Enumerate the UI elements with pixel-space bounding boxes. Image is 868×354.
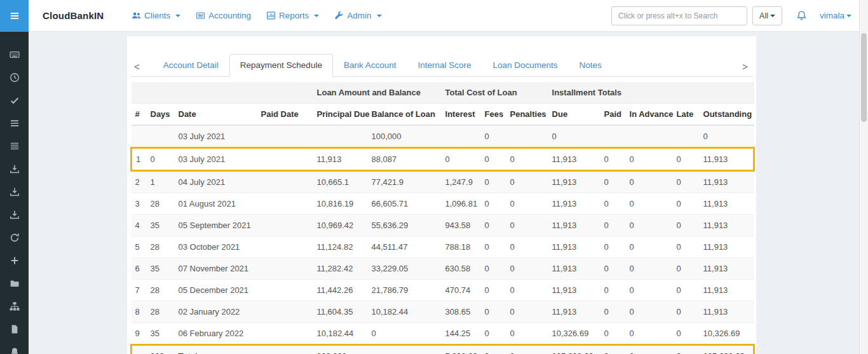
column-header: Late bbox=[673, 104, 700, 126]
admin-icon bbox=[334, 11, 344, 20]
cell: 0 bbox=[506, 280, 548, 301]
cell bbox=[132, 345, 147, 354]
sidebar-download-icon[interactable] bbox=[0, 158, 29, 180]
nav-item-reports[interactable]: Reports bbox=[259, 0, 327, 32]
nav-item-accounting[interactable]: Accounting bbox=[188, 0, 259, 32]
cell: 0 bbox=[626, 301, 673, 323]
tab-repayment-schedule[interactable]: Repayment Schedule bbox=[229, 54, 333, 77]
sidebar-list-icon[interactable] bbox=[0, 112, 29, 135]
sidebar-download-icon[interactable] bbox=[0, 203, 29, 226]
sidebar-sitemap-icon[interactable] bbox=[0, 295, 29, 318]
cell: 5 bbox=[132, 236, 147, 258]
cell: 0 bbox=[481, 215, 506, 236]
cell: 9 bbox=[132, 323, 147, 345]
cell: 28 bbox=[147, 193, 175, 215]
cell: 0 bbox=[481, 148, 506, 171]
chevron-down-icon bbox=[314, 15, 319, 17]
cell bbox=[257, 323, 313, 345]
cell bbox=[132, 125, 147, 148]
cell: 28 bbox=[147, 280, 175, 301]
sidebar-refresh-icon[interactable] bbox=[0, 226, 29, 249]
column-header: Paid bbox=[600, 104, 626, 126]
cell: 100,000 bbox=[313, 345, 368, 354]
cell: 1 bbox=[132, 148, 147, 171]
cell: 88,087 bbox=[368, 148, 442, 171]
tabs-scroll-left[interactable]: < bbox=[133, 58, 145, 76]
cell: 11,282.42 bbox=[313, 258, 368, 280]
loan-detail-card: < Account DetailRepayment ScheduleBank A… bbox=[127, 36, 756, 354]
cell: 100,000 bbox=[368, 125, 442, 148]
search-input[interactable] bbox=[611, 6, 747, 25]
sidebar-folder-icon[interactable] bbox=[0, 272, 29, 295]
nav-item-admin[interactable]: Admin bbox=[327, 0, 389, 32]
total-row: 218Total100,0005,630.6900105,630.6900010… bbox=[132, 345, 754, 354]
tab-loan-documents[interactable]: Loan Documents bbox=[482, 54, 569, 77]
cell: 11,913 bbox=[548, 236, 600, 258]
tab-bar: < Account DetailRepayment ScheduleBank A… bbox=[130, 54, 753, 77]
cell: 0 bbox=[600, 171, 626, 193]
hamburger-icon bbox=[9, 10, 20, 22]
tab-notes[interactable]: Notes bbox=[569, 54, 613, 77]
cell: 0 bbox=[600, 148, 626, 171]
search-scope-button[interactable]: All bbox=[752, 6, 782, 25]
column-header: Interest bbox=[442, 104, 481, 126]
scrollbar[interactable] bbox=[859, 0, 868, 354]
sidebar-bell-icon[interactable] bbox=[0, 341, 29, 354]
chevron-down-icon bbox=[377, 15, 382, 17]
cell: 0 bbox=[481, 236, 506, 258]
tabs-scroll-right[interactable]: > bbox=[741, 58, 750, 76]
sidebar-download-icon[interactable] bbox=[0, 180, 29, 203]
table-row: 52803 October 202111,124.8244,511.47788.… bbox=[132, 236, 754, 258]
cell: 1,247.9 bbox=[442, 171, 481, 193]
cell: 35 bbox=[147, 323, 175, 345]
sidebar bbox=[0, 32, 29, 354]
sidebar-clock-icon[interactable] bbox=[0, 66, 29, 89]
tab-account-detail[interactable]: Account Detail bbox=[153, 54, 229, 77]
column-header: # bbox=[132, 104, 147, 126]
sidebar-rows-icon[interactable] bbox=[0, 135, 29, 158]
cell: 0 bbox=[506, 215, 548, 236]
nav-item-clients[interactable]: Clients bbox=[124, 0, 188, 32]
group-header: Loan Amount and Balance bbox=[313, 82, 442, 104]
table-wrapper: Loan Amount and BalanceTotal Cost of Loa… bbox=[130, 77, 753, 354]
cell: 10,326.69 bbox=[700, 323, 754, 345]
cell bbox=[368, 345, 442, 354]
column-header: Principal Due bbox=[313, 104, 368, 126]
notifications-bell-icon[interactable] bbox=[796, 10, 807, 21]
clients-icon bbox=[132, 11, 141, 20]
cell: 07 November 2021 bbox=[175, 258, 257, 280]
cell: 06 February 2022 bbox=[175, 323, 257, 345]
cell: 11,913 bbox=[700, 280, 754, 301]
cell: 01 August 2021 bbox=[175, 193, 257, 215]
sidebar-check-icon[interactable] bbox=[0, 89, 29, 112]
scrollbar-thumb[interactable] bbox=[861, 33, 867, 122]
cell: 788.18 bbox=[442, 236, 481, 258]
cell: 8 bbox=[132, 301, 147, 323]
cell: 0 bbox=[506, 236, 548, 258]
cell: 10,816.19 bbox=[313, 193, 368, 215]
cell: 0 bbox=[481, 323, 506, 345]
accounting-icon bbox=[196, 11, 205, 20]
cell: 11,913 bbox=[548, 193, 600, 215]
sidebar-file-icon[interactable] bbox=[0, 318, 29, 341]
cell: 03 July 2021 bbox=[175, 125, 257, 148]
cell: 0 bbox=[673, 148, 700, 171]
user-menu[interactable]: vimala bbox=[820, 11, 851, 20]
cell: 2 bbox=[132, 171, 147, 193]
cell bbox=[147, 125, 175, 148]
cell: 0 bbox=[673, 193, 700, 215]
tabs-list: Account DetailRepayment ScheduleBank Acc… bbox=[153, 54, 613, 76]
brand-logo[interactable]: CloudBankIN bbox=[29, 10, 124, 21]
tab-bank-account[interactable]: Bank Account bbox=[333, 54, 407, 77]
cell: 11,913 bbox=[548, 301, 600, 323]
menu-toggle-button[interactable] bbox=[0, 0, 29, 32]
repayment-schedule-table: Loan Amount and BalanceTotal Cost of Loa… bbox=[130, 82, 755, 354]
chevron-down-icon bbox=[846, 15, 851, 17]
cell: 0 bbox=[548, 125, 600, 148]
tab-internal-score[interactable]: Internal Score bbox=[407, 54, 482, 77]
table-row: 63507 November 202111,282.4233,229.05630… bbox=[132, 258, 754, 280]
sidebar-keyboard-icon[interactable] bbox=[0, 43, 29, 66]
sidebar-plus-icon[interactable] bbox=[0, 249, 29, 272]
cell: 105,630.69 bbox=[548, 345, 600, 354]
table-row: 1003 July 202111,91388,08700011,91300011… bbox=[132, 148, 754, 171]
